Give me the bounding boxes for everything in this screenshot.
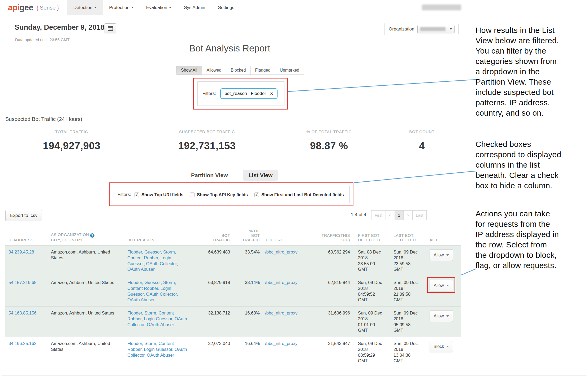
stat-label: SUSPECTED BOT TRAFFIC <box>159 129 255 134</box>
ip-address-link[interactable]: 34.196.25.162 <box>8 341 37 346</box>
act-dropdown[interactable]: Allow <box>430 310 453 322</box>
bot-reason-links[interactable]: Flooder, Storm, Content Robber, Login Gu… <box>127 341 187 357</box>
header-bot-traffic[interactable]: BOT TRAFFIC <box>192 233 230 242</box>
act-label: Allow <box>434 253 444 257</box>
tab-allowed[interactable]: Allowed <box>202 66 226 75</box>
nav-item-evaluation[interactable]: Evaluation <box>140 0 178 15</box>
stats-section-title: Suspected Bot Traffic (24 Hours) <box>5 116 82 122</box>
pager-last-button[interactable]: Last <box>412 210 427 220</box>
filters-panel: Filters: bot_reason : Flooder ✕ <box>197 81 284 106</box>
export-csv-button[interactable]: Export to .csv <box>5 210 42 221</box>
top-uri-link[interactable]: /bbc_nitro_proxy <box>265 341 297 346</box>
calendar-icon <box>108 26 113 31</box>
logo-text-api: api <box>8 3 19 12</box>
checkbox-label-show-first-last-detected[interactable]: Show First and Last Bot Detected fields <box>261 192 344 197</box>
tab-list-view[interactable]: List View <box>243 170 278 181</box>
header-bot-reason[interactable]: BOT REASON <box>127 238 192 242</box>
tab-show-all[interactable]: Show All <box>176 66 202 75</box>
header-city-country-text: CITY, COUNTRY <box>51 238 83 242</box>
traffic-this-uri-cell: 63,562,294 <box>313 249 350 255</box>
nav-item-label: Protection <box>109 5 129 10</box>
checkbox-show-first-last-detected[interactable] <box>254 193 259 197</box>
callout-line-column-filters <box>354 171 476 183</box>
header-act: ACT <box>430 238 456 242</box>
help-icon[interactable]: ? <box>90 233 94 238</box>
organization-dropdown[interactable] <box>417 25 455 33</box>
nav-item-label: Sys Admin <box>184 5 205 10</box>
nav-item-detection[interactable]: Detection <box>67 0 103 15</box>
nav-item-sys-admin[interactable]: Sys Admin <box>178 0 211 15</box>
bot-reason-links[interactable]: Flooder, Guessor, Storm, Content Robber,… <box>127 280 178 302</box>
act-dropdown[interactable]: Allow <box>430 249 453 261</box>
stat-label: BOT COUNT <box>391 129 452 134</box>
act-dropdown[interactable]: Block <box>430 341 453 352</box>
pager-prev-button[interactable]: < <box>386 210 395 220</box>
filters-label: Filters: <box>118 192 131 197</box>
top-uri-link[interactable]: /bbc_nitro_proxy <box>265 250 297 254</box>
pager-first-button[interactable]: First <box>371 210 386 220</box>
traffic-this-uri-cell: 62,819,844 <box>313 280 350 286</box>
header-first-bot-detected[interactable]: FIRST BOT DETECTED <box>358 233 391 242</box>
header-as-organization[interactable]: AS ORGANIZATION ?, CITY, COUNTRY <box>51 232 127 242</box>
remove-filter-icon[interactable]: ✕ <box>270 91 273 96</box>
view-tab-group: Partition View List View <box>186 170 278 181</box>
page-title: Bot Analysis Report <box>150 43 309 54</box>
stat-bot-count: BOT COUNT 4 <box>391 129 452 152</box>
header-ip-address[interactable]: IP ADDRESS <box>8 238 51 242</box>
bot-reason-links[interactable]: Flooder, Storm, Content Robber, Login Gu… <box>127 311 187 327</box>
table-row: 34.196.25.162 Amazon.com, Ashburn, Unite… <box>5 337 461 369</box>
act-label: Block <box>434 344 444 349</box>
ip-address-link[interactable]: 54.157.219.68 <box>8 280 37 285</box>
logo-text-sense: { Sense } <box>36 5 59 11</box>
account-name-redacted <box>422 5 461 10</box>
annotation-note-filtering: How results in the List View below are f… <box>475 25 587 118</box>
table-header-row: IP ADDRESS AS ORGANIZATION ?, CITY, COUN… <box>5 224 461 245</box>
apigee-sense-logo[interactable]: apigee { Sense } <box>0 0 59 15</box>
checkbox-show-top-uri[interactable] <box>135 193 139 197</box>
header-top-uri[interactable]: TOP URI <box>260 238 313 242</box>
header-pct-bot-traffic[interactable]: % OF BOT TRAFFIC <box>230 229 260 242</box>
tab-unmarked[interactable]: Unmarked <box>275 66 304 75</box>
status-tab-group: Show All Allowed Blocked Flagged Unmarke… <box>176 66 304 75</box>
bot-reason-links[interactable]: Flooder, Guessor, Storm, Content Robber,… <box>127 250 178 272</box>
tab-partition-view[interactable]: Partition View <box>186 170 233 181</box>
stat-value: 192,731,153 <box>159 140 255 152</box>
ip-address-link[interactable]: 54.163.85.156 <box>8 311 37 315</box>
traffic-this-uri-cell: 31,543,947 <box>313 341 350 347</box>
first-bot-detected-cell: Sun, 09 Dec 2018 01:01:00 GMT <box>358 310 391 333</box>
top-nav-bar: apigee { Sense } Detection Protection Ev… <box>0 0 462 15</box>
pager-next-button[interactable]: > <box>403 210 413 220</box>
stat-value: 98.87 % <box>291 140 368 152</box>
as-organization-cell: Amazon, Ashburn, United States <box>51 280 127 286</box>
top-uri-link[interactable]: /bbc_nitro_proxy <box>265 311 297 315</box>
as-organization-cell: Amazon.com, Ashburn, United States <box>51 341 127 352</box>
tab-flagged[interactable]: Flagged <box>250 66 275 75</box>
checkbox-show-top-api-key[interactable] <box>190 193 194 197</box>
calendar-button[interactable] <box>105 23 116 33</box>
header-last-bot-detected[interactable]: LAST BOT DETECTED <box>394 233 427 242</box>
checkbox-label-show-top-api-key[interactable]: Show Top API Key fields <box>197 192 248 197</box>
pct-bot-traffic-cell: 16.68% <box>230 310 260 316</box>
pct-bot-traffic-cell: 33.14% <box>230 280 260 286</box>
table-row: 34.239.45.28 Amazon.com, Ashburn, United… <box>5 245 461 276</box>
pager-page-1-button[interactable]: 1 <box>395 210 404 220</box>
filter-chip-bot-reason[interactable]: bot_reason : Flooder ✕ <box>220 88 278 99</box>
tab-blocked[interactable]: Blocked <box>226 66 250 75</box>
chevron-down-icon <box>94 7 96 8</box>
annotation-note-actions: Actions you can take for requests from t… <box>475 208 587 270</box>
first-bot-detected-cell: Sat, 08 Dec 2018 23:55:00 GMT <box>358 249 391 272</box>
organization-label: Organization <box>389 27 414 32</box>
stat-pct-total-traffic: % OF TOTAL TRAFFIC 98.87 % <box>291 129 368 152</box>
stat-label: % OF TOTAL TRAFFIC <box>291 129 368 134</box>
ip-address-link[interactable]: 34.239.45.28 <box>8 250 34 254</box>
nav-item-settings[interactable]: Settings <box>212 0 241 15</box>
act-dropdown[interactable]: Allow <box>430 280 453 291</box>
top-uri-link[interactable]: /bbc_nitro_proxy <box>265 280 297 285</box>
header-traffic-this-uri[interactable]: TRAFFIC(THIS URI) <box>313 233 350 242</box>
stat-total-traffic: TOTAL TRAFFIC 194,927,903 <box>32 129 111 152</box>
as-organization-cell: Amazon, Ashburn, United States <box>51 310 127 316</box>
nav-item-protection[interactable]: Protection <box>103 0 140 15</box>
chevron-down-icon <box>446 315 449 317</box>
checkbox-label-show-top-uri[interactable]: Show Top URI fields <box>141 192 183 197</box>
pct-bot-traffic-cell: 33.54% <box>230 249 260 255</box>
